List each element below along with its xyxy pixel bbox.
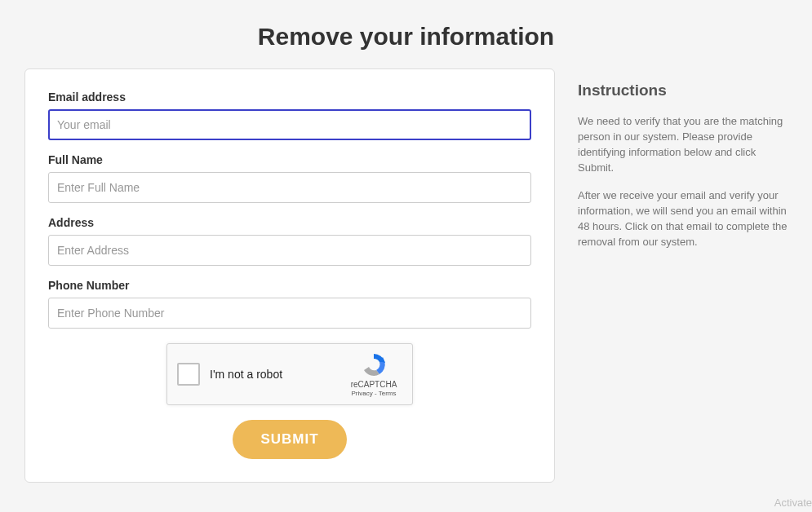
recaptcha-brand: reCAPTCHA	[351, 380, 397, 389]
recaptcha-widget: I'm not a robot reCAPTCHA Privacy - Term…	[166, 343, 413, 405]
address-input[interactable]	[48, 235, 531, 266]
fullname-label: Full Name	[48, 153, 531, 166]
fullname-input[interactable]	[48, 172, 531, 203]
watermark: Activate	[774, 497, 812, 509]
recaptcha-links: Privacy - Terms	[352, 390, 397, 397]
recaptcha-checkbox[interactable]	[177, 363, 200, 386]
submit-button[interactable]: SUBMIT	[233, 420, 346, 459]
field-fullname: Full Name	[48, 153, 531, 203]
recaptcha-privacy-link[interactable]: Privacy	[352, 390, 373, 397]
field-address: Address	[48, 216, 531, 266]
email-input[interactable]	[48, 109, 531, 140]
instructions-sidebar: Instructions We need to verify that you …	[578, 68, 788, 483]
recaptcha-label: I'm not a robot	[210, 368, 345, 381]
phone-input[interactable]	[48, 298, 531, 329]
recaptcha-terms-link[interactable]: Terms	[379, 390, 397, 397]
field-email: Email address	[48, 90, 531, 140]
instructions-p1: We need to verify that you are the match…	[578, 114, 788, 175]
recaptcha-icon	[361, 352, 387, 378]
email-label: Email address	[48, 90, 531, 104]
phone-label: Phone Number	[48, 279, 531, 292]
instructions-p2: After we receive your email and verify y…	[578, 188, 788, 249]
instructions-title: Instructions	[578, 82, 788, 99]
page-title: Remove your information	[0, 0, 812, 68]
form-card: Email address Full Name Address Phone Nu…	[24, 68, 555, 483]
address-label: Address	[48, 216, 531, 229]
field-phone: Phone Number	[48, 279, 531, 329]
